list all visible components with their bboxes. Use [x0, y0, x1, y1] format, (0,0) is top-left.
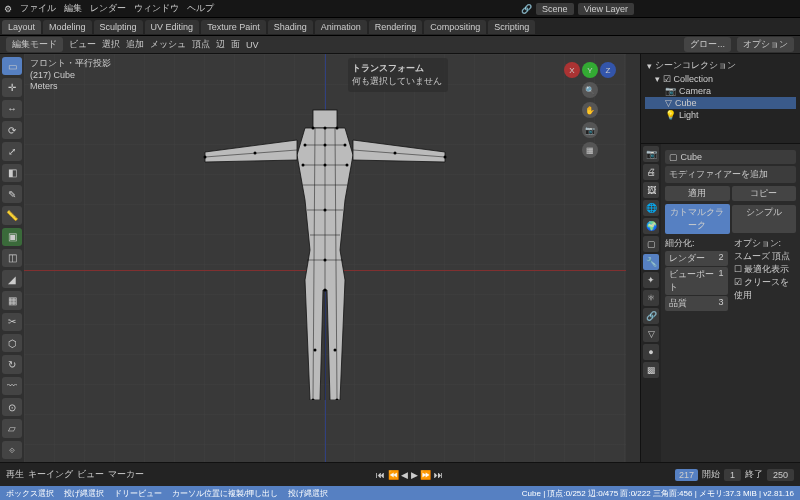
start-frame[interactable]: 1 — [724, 469, 741, 481]
viewport-3d[interactable]: フロント・平行投影 (217) Cube Meters — [24, 54, 626, 462]
crease-checkbox[interactable]: ☑ クリースを使用 — [734, 276, 797, 302]
tool-scale[interactable]: ⤢ — [2, 142, 22, 160]
scene-field[interactable]: Scene — [536, 3, 574, 15]
outliner[interactable]: ▾ シーンコレクション ▾ ☑ Collection 📷 Camera ▽ Cu… — [641, 54, 800, 144]
tab-sculpting[interactable]: Sculpting — [94, 20, 143, 34]
next-key-icon[interactable]: ⏩ — [420, 470, 431, 480]
menu-add[interactable]: 追加 — [126, 38, 144, 51]
subsurf-simple-button[interactable]: シンプル — [732, 205, 797, 233]
timeline-keying-menu[interactable]: キーイング — [28, 468, 73, 481]
proptab-texture[interactable]: ▩ — [643, 362, 659, 378]
proptab-output[interactable]: 🖨 — [643, 164, 659, 180]
options-dropdown[interactable]: オプション — [737, 37, 794, 52]
timeline-play-menu[interactable]: 再生 — [6, 468, 24, 481]
tool-inset[interactable]: ◫ — [2, 249, 22, 267]
jump-start-icon[interactable]: ⏮ — [376, 470, 385, 480]
proptab-constraint[interactable]: 🔗 — [643, 308, 659, 324]
tool-knife[interactable]: ✂ — [2, 313, 22, 331]
menu-view[interactable]: ビュー — [69, 38, 96, 51]
zoom-icon[interactable]: 🔍 — [582, 82, 598, 98]
tab-scripting[interactable]: Scripting — [488, 20, 535, 34]
pan-icon[interactable]: ✋ — [582, 102, 598, 118]
menu-file[interactable]: ファイル — [20, 2, 56, 15]
menu-vertex[interactable]: 頂点 — [192, 38, 210, 51]
tool-shear[interactable]: ▱ — [2, 419, 22, 437]
timeline[interactable]: 再生 キーイング ビュー マーカー ⏮ ⏪ ◀ ▶ ⏩ ⏭ 217 開始 1 終… — [0, 462, 800, 486]
tool-select-box[interactable]: ▭ — [2, 57, 22, 75]
proptab-mesh[interactable]: ▽ — [643, 326, 659, 342]
proptab-scene[interactable]: 🌐 — [643, 200, 659, 216]
n-panel-tabs[interactable] — [626, 54, 640, 462]
end-frame[interactable]: 250 — [767, 469, 794, 481]
timeline-marker-menu[interactable]: マーカー — [108, 468, 144, 481]
tool-shrink[interactable]: ⊙ — [2, 398, 22, 416]
perspective-icon[interactable]: ▦ — [582, 142, 598, 158]
menu-render[interactable]: レンダー — [90, 2, 126, 15]
tool-cursor[interactable]: ✛ — [2, 78, 22, 96]
viewlayer-field[interactable]: View Layer — [578, 3, 634, 15]
play-reverse-icon[interactable]: ◀ — [401, 470, 408, 480]
quality-field[interactable]: 品質3 — [665, 296, 728, 311]
outliner-camera[interactable]: 📷 Camera — [645, 85, 796, 97]
menu-edge[interactable]: 辺 — [216, 38, 225, 51]
proptab-world[interactable]: 🌍 — [643, 218, 659, 234]
axis-y-gizmo[interactable]: Y — [582, 62, 598, 78]
proptab-render[interactable]: 📷 — [643, 146, 659, 162]
tab-animation[interactable]: Animation — [315, 20, 367, 34]
current-frame[interactable]: 217 — [675, 469, 698, 481]
tab-uv[interactable]: UV Editing — [145, 20, 200, 34]
tool-annotate[interactable]: ✎ — [2, 185, 22, 203]
mode-dropdown[interactable]: 編集モード — [6, 37, 63, 52]
orientation-dropdown[interactable]: グロー... — [684, 37, 731, 52]
tab-layout[interactable]: Layout — [2, 20, 41, 34]
optimal-checkbox[interactable]: ☐ 最適化表示 — [734, 263, 797, 276]
menu-window[interactable]: ウィンドウ — [134, 2, 179, 15]
copy-button[interactable]: コピー — [732, 186, 797, 201]
render-subdiv-field[interactable]: レンダー2 — [665, 251, 728, 266]
tool-transform[interactable]: ◧ — [2, 164, 22, 182]
tool-extrude[interactable]: ▣ — [2, 228, 22, 246]
menu-uv[interactable]: UV — [246, 40, 259, 50]
menu-mesh[interactable]: メッシュ — [150, 38, 186, 51]
menu-help[interactable]: ヘルプ — [187, 2, 214, 15]
apply-button[interactable]: 適用 — [665, 186, 730, 201]
proptab-view[interactable]: 🖼 — [643, 182, 659, 198]
mesh-model[interactable] — [195, 100, 455, 400]
proptab-modifier[interactable]: 🔧 — [643, 254, 659, 270]
prev-key-icon[interactable]: ⏪ — [388, 470, 399, 480]
tool-smooth[interactable]: 〰 — [2, 377, 22, 395]
outliner-cube[interactable]: ▽ Cube — [645, 97, 796, 109]
camera-icon[interactable]: 📷 — [582, 122, 598, 138]
viewport-subdiv-field[interactable]: ビューポート1 — [665, 267, 728, 295]
tab-compositing[interactable]: Compositing — [424, 20, 486, 34]
tab-rendering[interactable]: Rendering — [369, 20, 423, 34]
play-icon[interactable]: ▶ — [411, 470, 418, 480]
subsurf-catmull-button[interactable]: カトマルクラーク — [665, 204, 730, 234]
tool-measure[interactable]: 📏 — [2, 206, 22, 224]
tool-poly[interactable]: ⬡ — [2, 334, 22, 352]
tool-move[interactable]: ↔ — [2, 100, 22, 118]
proptab-material[interactable]: ● — [643, 344, 659, 360]
menu-edit[interactable]: 編集 — [64, 2, 82, 15]
blender-icon[interactable]: ⚙ — [4, 4, 12, 14]
tool-rotate[interactable]: ⟳ — [2, 121, 22, 139]
tool-loopcut[interactable]: ▦ — [2, 291, 22, 309]
axis-z-gizmo[interactable]: Z — [600, 62, 616, 78]
menu-select[interactable]: 選択 — [102, 38, 120, 51]
tab-shading[interactable]: Shading — [268, 20, 313, 34]
proptab-physics[interactable]: ⚛ — [643, 290, 659, 306]
add-modifier-dropdown[interactable]: モディファイアーを追加 — [665, 166, 796, 183]
tool-bevel[interactable]: ◢ — [2, 270, 22, 288]
timeline-view-menu[interactable]: ビュー — [77, 468, 104, 481]
menu-face[interactable]: 面 — [231, 38, 240, 51]
outliner-collection[interactable]: ▾ ☑ Collection — [645, 73, 796, 85]
tab-modeling[interactable]: Modeling — [43, 20, 92, 34]
tool-spin[interactable]: ↻ — [2, 355, 22, 373]
tool-rip[interactable]: ⟐ — [2, 441, 22, 459]
jump-end-icon[interactable]: ⏭ — [434, 470, 443, 480]
outliner-light[interactable]: 💡 Light — [645, 109, 796, 121]
proptab-particle[interactable]: ✦ — [643, 272, 659, 288]
tab-texture[interactable]: Texture Paint — [201, 20, 266, 34]
proptab-object[interactable]: ▢ — [643, 236, 659, 252]
outliner-scene-collection[interactable]: ▾ シーンコレクション — [645, 58, 796, 73]
